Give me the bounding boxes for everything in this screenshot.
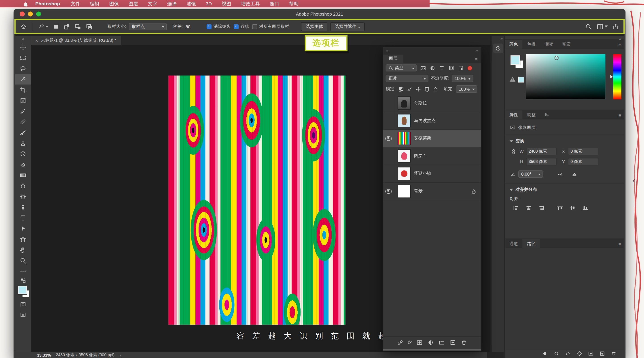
screen-mode-icon[interactable] bbox=[15, 310, 31, 320]
layer-filter-toggle[interactable] bbox=[467, 65, 472, 70]
panel-expand-chevron-icon[interactable]: ‹ bbox=[632, 176, 635, 185]
visibility-toggle[interactable] bbox=[383, 147, 394, 164]
selection-from-path-icon[interactable] bbox=[565, 351, 571, 357]
panel-resize-handle[interactable] bbox=[383, 349, 481, 351]
tool-brush[interactable] bbox=[15, 127, 31, 138]
menu-item-file[interactable]: 文件 bbox=[66, 1, 85, 7]
foreground-color-swatch[interactable] bbox=[18, 286, 27, 294]
filter-adjustment-layers-icon[interactable] bbox=[429, 64, 436, 71]
add-to-selection-mode-icon[interactable] bbox=[63, 21, 71, 32]
tool-zoom[interactable] bbox=[15, 255, 31, 266]
tab-properties[interactable]: 属性 bbox=[505, 110, 522, 119]
saturation-brightness-field[interactable] bbox=[526, 54, 605, 99]
tab-patterns[interactable]: 图案 bbox=[558, 40, 575, 49]
tab-channels[interactable]: 通道 bbox=[505, 239, 522, 248]
tool-hand[interactable] bbox=[15, 245, 31, 255]
sample-all-layers-check-icon[interactable] bbox=[252, 24, 257, 29]
hue-slider-handle[interactable] bbox=[610, 75, 613, 78]
height-value[interactable]: 3508 像素 bbox=[526, 158, 556, 165]
tool-type[interactable] bbox=[15, 213, 31, 223]
tool-history-brush[interactable] bbox=[15, 149, 31, 159]
share-icon[interactable] bbox=[611, 21, 620, 32]
contiguous-check-icon[interactable] bbox=[234, 24, 238, 29]
lock-artboard-icon[interactable] bbox=[424, 86, 430, 92]
tab-adjustments[interactable]: 调整 bbox=[522, 110, 540, 119]
lock-position-icon[interactable] bbox=[415, 86, 422, 92]
home-icon[interactable] bbox=[19, 21, 28, 32]
visibility-toggle[interactable] bbox=[383, 94, 394, 111]
flip-horizontal-icon[interactable] bbox=[557, 171, 563, 177]
tolerance-input[interactable] bbox=[186, 24, 196, 29]
menu-item-layer[interactable]: 图层 bbox=[124, 1, 143, 7]
default-colors-icon[interactable] bbox=[15, 277, 31, 284]
menu-item-window[interactable]: 窗口 bbox=[265, 1, 284, 7]
tab-paths[interactable]: 路径 bbox=[522, 239, 540, 248]
subtract-from-selection-mode-icon[interactable] bbox=[74, 21, 82, 32]
apple-icon[interactable] bbox=[23, 1, 28, 6]
opacity-dropdown[interactable]: 100% bbox=[452, 75, 473, 82]
select-subject-button[interactable]: 选择主体 bbox=[301, 22, 328, 31]
collapse-panel-icon[interactable]: « bbox=[476, 48, 478, 53]
new-path-icon[interactable] bbox=[599, 351, 606, 357]
layer-style-icon[interactable]: fx bbox=[408, 340, 412, 345]
fill-dropdown[interactable]: 100% bbox=[456, 85, 477, 93]
panel-menu-icon[interactable]: ≡ bbox=[618, 113, 621, 118]
tool-gradient[interactable] bbox=[15, 170, 31, 181]
dock-collapse-icon[interactable]: » bbox=[619, 36, 622, 41]
link-layers-icon[interactable] bbox=[397, 339, 404, 346]
width-value[interactable]: 2480 像素 bbox=[526, 148, 556, 155]
gamut-color-swatch[interactable] bbox=[518, 77, 524, 82]
tool-lasso[interactable] bbox=[15, 63, 31, 74]
mask-from-path-icon[interactable] bbox=[576, 351, 582, 357]
filter-type-layers-icon[interactable] bbox=[438, 64, 445, 71]
align-horizontal-center-icon[interactable] bbox=[526, 205, 532, 211]
layer-thumbnail[interactable] bbox=[398, 114, 411, 127]
tab-color[interactable]: 颜色 bbox=[505, 40, 522, 49]
menu-app-name[interactable]: Photoshop bbox=[30, 1, 66, 6]
align-left-icon[interactable] bbox=[513, 205, 519, 211]
align-bottom-icon[interactable] bbox=[582, 205, 588, 211]
new-group-icon[interactable] bbox=[439, 339, 445, 346]
visibility-toggle[interactable] bbox=[383, 165, 394, 182]
filter-smart-objects-icon[interactable] bbox=[457, 64, 464, 71]
layer-thumbnail[interactable] bbox=[398, 96, 411, 110]
add-layer-mask-icon[interactable] bbox=[416, 339, 423, 346]
sample-size-dropdown[interactable]: 取样点 bbox=[129, 23, 167, 30]
visibility-toggle[interactable] bbox=[383, 130, 394, 147]
tool-more-ellipsis[interactable] bbox=[15, 266, 31, 277]
color-swatches[interactable] bbox=[510, 55, 524, 70]
visibility-toggle[interactable] bbox=[383, 183, 394, 200]
panel-menu-icon[interactable]: ≡ bbox=[618, 42, 621, 47]
flip-vertical-icon[interactable] bbox=[571, 171, 578, 177]
contiguous-checkbox[interactable]: 连续 bbox=[234, 24, 249, 29]
history-panel-icon[interactable] bbox=[493, 43, 503, 53]
tool-eraser[interactable] bbox=[15, 159, 31, 170]
lock-all-icon[interactable] bbox=[432, 86, 439, 92]
search-icon[interactable] bbox=[584, 21, 593, 32]
panel-menu-icon[interactable]: ≡ bbox=[472, 56, 481, 63]
tool-eyedropper[interactable] bbox=[15, 106, 31, 117]
menu-item-view[interactable]: 视图 bbox=[217, 1, 236, 7]
new-selection-mode-icon[interactable] bbox=[52, 21, 60, 32]
tab-gradients[interactable]: 渐变 bbox=[540, 40, 558, 49]
tool-blur[interactable] bbox=[15, 181, 31, 191]
menu-item-edit[interactable]: 编辑 bbox=[85, 1, 104, 7]
tool-magic-wand[interactable] bbox=[15, 74, 31, 85]
fill-path-icon[interactable] bbox=[542, 351, 548, 357]
hue-slider[interactable] bbox=[613, 54, 622, 99]
magic-wand-tool-icon[interactable] bbox=[36, 21, 49, 32]
align-section-label[interactable]: 对齐并分布 bbox=[516, 187, 537, 193]
layer-row[interactable]: 马男波杰克 bbox=[383, 112, 481, 130]
gamut-warning-icon[interactable] bbox=[510, 77, 516, 81]
adjustment-layer-icon[interactable] bbox=[428, 339, 434, 346]
menu-item-3d[interactable]: 3D bbox=[201, 1, 217, 6]
sample-all-layers-checkbox[interactable]: 对所有图层取样 bbox=[252, 24, 289, 29]
menu-item-select[interactable]: 选择 bbox=[162, 1, 182, 7]
stroke-path-icon[interactable] bbox=[553, 351, 560, 357]
delete-path-icon[interactable] bbox=[611, 351, 617, 357]
zoom-level[interactable]: 33.33% bbox=[37, 353, 51, 357]
tab-layers[interactable]: 图层 bbox=[383, 54, 404, 63]
eye-icon[interactable] bbox=[385, 136, 392, 141]
rotation-angle-dropdown[interactable]: 0.00° bbox=[518, 170, 543, 178]
align-right-icon[interactable] bbox=[538, 205, 545, 211]
